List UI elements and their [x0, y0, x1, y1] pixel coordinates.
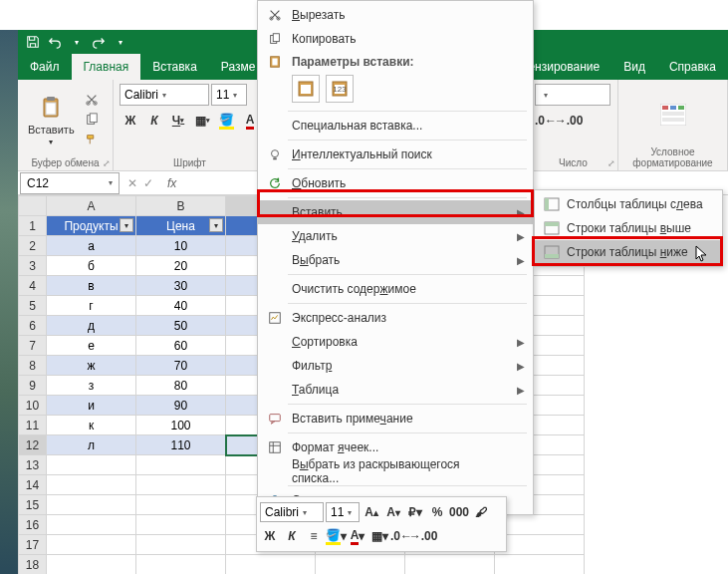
cut-icon[interactable] [83, 91, 101, 109]
cell[interactable] [47, 515, 136, 535]
row-header-2[interactable]: 2 [19, 236, 47, 256]
cell[interactable] [495, 535, 585, 555]
cell[interactable]: г [47, 296, 136, 316]
cell[interactable]: 10 [136, 236, 226, 256]
tab-file[interactable]: Файл [18, 54, 72, 80]
row-header-18[interactable]: 18 [19, 555, 47, 575]
row-header-8[interactable]: 8 [19, 356, 47, 376]
cell[interactable] [405, 555, 495, 575]
cell[interactable] [47, 535, 136, 555]
col-header-B[interactable]: B [136, 196, 226, 216]
cell[interactable] [136, 455, 226, 475]
ctx-select[interactable]: Выбрать▶ [258, 248, 533, 272]
row-header-15[interactable]: 15 [19, 495, 47, 515]
row-header-6[interactable]: 6 [19, 316, 47, 336]
name-box[interactable]: C12▾ [20, 172, 120, 194]
row-header-1[interactable]: 1 [19, 216, 47, 236]
cell[interactable]: 40 [136, 296, 226, 316]
row-header-5[interactable]: 5 [19, 296, 47, 316]
format-painter-icon[interactable] [83, 131, 101, 148]
row-header-9[interactable]: 9 [19, 376, 47, 396]
cell[interactable] [47, 495, 136, 515]
ctx-clear[interactable]: Очистить содержимое [258, 277, 533, 301]
number-launcher-icon[interactable]: ⤢ [607, 158, 615, 168]
row-header-3[interactable]: 3 [19, 256, 47, 276]
row-header-14[interactable]: 14 [19, 475, 47, 495]
redo-dropdown-icon[interactable]: ▾ [112, 33, 129, 51]
mini-percent-button[interactable]: % [427, 502, 447, 522]
mini-inc-decimal-button[interactable]: →.00 [413, 526, 433, 546]
cell[interactable]: е [47, 336, 136, 356]
underline-button[interactable]: Ч ▾ [167, 110, 189, 132]
cell[interactable] [136, 535, 226, 555]
ctx-insert-comment[interactable]: Вставить примечание [258, 407, 533, 430]
cancel-formula-icon[interactable]: ✕ [127, 176, 137, 190]
tab-insert[interactable]: Вставка [140, 54, 209, 80]
cell[interactable]: ж [47, 356, 136, 376]
cell[interactable]: 100 [136, 416, 226, 435]
cell[interactable] [47, 455, 136, 475]
row-header-10[interactable]: 10 [19, 396, 47, 416]
bold-button[interactable]: Ж [120, 110, 141, 132]
ctx-smart-lookup[interactable]: Интеллектуальный поиск [258, 143, 533, 166]
tab-home[interactable]: Главная [72, 54, 141, 80]
paste-normal-icon[interactable] [292, 75, 320, 103]
cell[interactable] [495, 555, 585, 575]
undo-dropdown-icon[interactable]: ▾ [68, 33, 86, 51]
ctx-copy[interactable]: Копировать [258, 27, 533, 51]
cell[interactable]: л [47, 435, 136, 455]
font-name-combo[interactable]: Calibri▾ [120, 84, 209, 106]
cell[interactable] [495, 515, 585, 535]
border-button[interactable]: ▦▾ [191, 110, 213, 132]
cell[interactable] [136, 515, 226, 535]
cell[interactable]: к [47, 416, 136, 435]
submenu-rows-above[interactable]: Строки таблицы выше [535, 216, 722, 240]
filter-dropdown-icon[interactable]: ▾ [209, 218, 223, 232]
copy-icon[interactable] [83, 111, 101, 129]
cell[interactable]: 60 [136, 336, 226, 356]
row-header-16[interactable]: 16 [19, 515, 47, 535]
mini-grow-font-button[interactable]: A▴ [362, 502, 381, 522]
col-header-A[interactable]: A [47, 196, 136, 216]
fx-icon[interactable]: fx [161, 176, 182, 190]
tab-view[interactable]: Вид [611, 54, 657, 80]
mini-font-color-button[interactable]: A▾ [348, 526, 367, 546]
increase-decimal-button[interactable]: →.00 [558, 110, 580, 132]
cell[interactable]: д [47, 316, 136, 336]
cell[interactable]: 50 [136, 316, 226, 336]
row-header-4[interactable]: 4 [19, 276, 47, 296]
row-header-17[interactable]: 17 [19, 535, 47, 555]
cell[interactable]: 20 [136, 256, 226, 276]
paste-values-icon[interactable]: 123 [326, 75, 354, 103]
cell[interactable]: 70 [136, 356, 226, 376]
mini-align-center-button[interactable]: ≡ [304, 526, 324, 546]
row-header-12[interactable]: 12 [19, 435, 47, 455]
submenu-cols-left[interactable]: Столбцы таблицы слева [535, 192, 722, 216]
ctx-filter[interactable]: Фильтр▶ [258, 354, 533, 378]
cell[interactable]: 80 [136, 376, 226, 396]
cell[interactable]: б [47, 256, 136, 276]
cell[interactable]: 110 [136, 435, 226, 455]
mini-italic-button[interactable]: К [282, 526, 302, 546]
submenu-rows-below[interactable]: Строки таблицы ниже [535, 240, 722, 264]
cell[interactable] [136, 495, 226, 515]
row-header-11[interactable]: 11 [19, 416, 47, 435]
row-header-7[interactable]: 7 [19, 336, 47, 356]
save-icon[interactable] [24, 33, 42, 51]
row-header-13[interactable]: 13 [19, 455, 47, 475]
clipboard-launcher-icon[interactable]: ⤢ [103, 158, 111, 168]
filter-dropdown-icon[interactable]: ▾ [120, 218, 133, 232]
ctx-quick-analysis[interactable]: Экспресс-анализ [258, 306, 533, 330]
cell[interactable]: 90 [136, 396, 226, 416]
cell[interactable] [47, 555, 136, 575]
cell[interactable]: а [47, 236, 136, 256]
table-header-cell[interactable]: Цена▾ [136, 216, 226, 236]
fill-color-button[interactable]: 🪣 [215, 110, 237, 132]
redo-icon[interactable] [90, 33, 108, 51]
cell[interactable] [47, 475, 136, 495]
ctx-sort[interactable]: Сортировка▶ [258, 330, 533, 354]
ctx-delete[interactable]: Удалить▶ [258, 224, 533, 248]
mini-font-combo[interactable]: Calibri▾ [260, 502, 324, 522]
ctx-cut[interactable]: Вырезать [258, 3, 533, 27]
undo-icon[interactable] [46, 33, 64, 51]
